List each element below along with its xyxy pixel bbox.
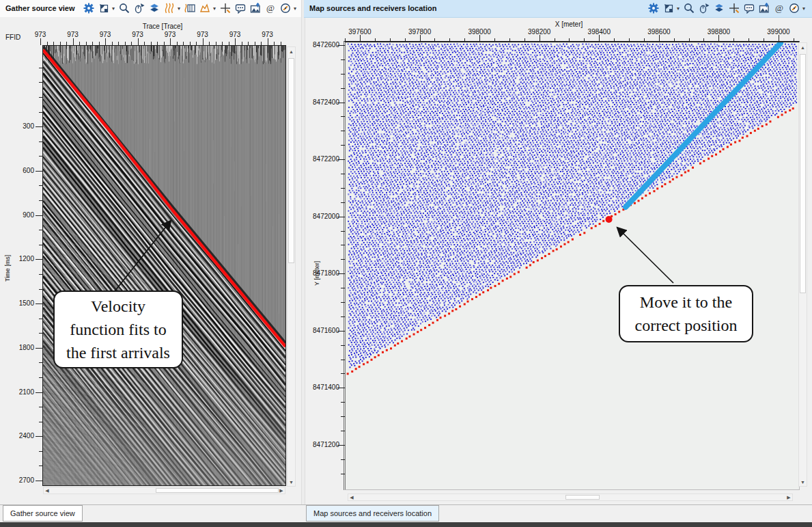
settings-gear-icon[interactable] [83, 3, 94, 14]
annotation-at-icon[interactable] [774, 3, 785, 14]
tick-mark [36, 215, 42, 216]
velocity-callout: Velocity function fits to the first arri… [53, 290, 183, 368]
dropdown-caret-icon[interactable]: ▾ [802, 5, 805, 12]
tick-mark [36, 392, 42, 393]
crosshair-icon[interactable] [729, 3, 740, 14]
scroll-up-icon[interactable]: ▲ [288, 47, 295, 55]
tick-mark [235, 38, 236, 45]
map-y-axis-title: Y [meter] [313, 261, 320, 286]
dropdown-caret-icon[interactable]: ▾ [213, 5, 216, 12]
tick-mark [268, 38, 268, 45]
comment-icon[interactable] [235, 3, 246, 14]
scroll-left-icon[interactable]: ◀ [44, 487, 51, 494]
scroll-right-icon[interactable]: ▶ [278, 487, 285, 494]
tab-gather-source-view[interactable]: Gather source view [3, 505, 83, 522]
zoom-icon[interactable] [684, 3, 695, 14]
tick-label: 973 [30, 31, 51, 38]
app-window: Gather source view ▾ ▾ ▾ ▾ Map sources a… [0, 0, 812, 527]
gather-horizontal-scrollbar[interactable]: ◀ ▶ [43, 487, 285, 494]
tick-mark [36, 259, 42, 260]
map-vertical-scrollbar[interactable]: ▲ ▼ [798, 42, 807, 487]
export-image-icon[interactable] [759, 3, 770, 14]
compass-icon[interactable] [280, 3, 291, 14]
window-bottom-edge [0, 522, 812, 527]
callout-line: Move it to the [620, 290, 752, 314]
annotation-at-icon[interactable] [265, 3, 276, 14]
tick-label: 1500 [5, 299, 34, 307]
tick-mark [40, 38, 41, 45]
scroll-up-icon[interactable]: ▲ [799, 43, 807, 51]
callout-line: function fits to [55, 318, 182, 341]
polygon-pick-icon[interactable] [199, 3, 210, 14]
tick-mark [105, 38, 106, 45]
scroll-left-icon[interactable]: ◀ [348, 494, 355, 500]
comment-icon[interactable] [744, 3, 755, 14]
tick-label: 2100 [5, 388, 34, 396]
scroll-down-icon[interactable]: ▼ [288, 478, 295, 486]
region-select-icon[interactable] [663, 3, 674, 14]
tick-label: 973 [95, 31, 115, 38]
region-select-icon[interactable] [98, 3, 109, 14]
time-axis-title: Time [ms] [4, 255, 11, 282]
tick-mark [36, 436, 42, 437]
compass-icon[interactable] [789, 3, 800, 14]
crosshair-icon[interactable] [220, 3, 231, 14]
tick-label: 900 [5, 211, 34, 219]
tick-label: 973 [160, 31, 180, 38]
scroll-right-icon[interactable]: ▶ [785, 494, 792, 500]
gather-toolbar: ▾ ▾ ▾ ▾ [83, 3, 296, 14]
mouse-select-icon[interactable] [134, 3, 145, 14]
dropdown-caret-icon[interactable]: ▾ [677, 5, 680, 12]
trace-display-icon[interactable] [184, 3, 195, 14]
tick-label: 973 [63, 31, 83, 38]
tick-label: 600 [5, 167, 34, 174]
tick-label: 973 [193, 31, 213, 38]
tick-label: 398200 [522, 28, 557, 36]
map-scatter-canvas[interactable] [346, 42, 798, 489]
map-panel-title: Map sources and receivers location [309, 4, 436, 12]
tick-label: 398800 [701, 28, 736, 36]
map-plot-area[interactable] [344, 41, 800, 490]
tick-label: 300 [5, 122, 34, 130]
layers-icon[interactable] [714, 3, 725, 14]
dropdown-caret-icon[interactable]: ▾ [294, 5, 296, 12]
tick-label: 398000 [462, 28, 496, 36]
mouse-select-icon[interactable] [699, 3, 710, 14]
tick-mark [36, 348, 42, 349]
tick-mark [203, 38, 204, 45]
tick-label: 973 [128, 31, 148, 38]
panel-divider[interactable] [301, 0, 305, 504]
settings-gear-icon[interactable] [648, 3, 659, 14]
map-x-axis-title: X [meter] [528, 21, 610, 28]
gather-panel-header: Gather source view ▾ ▾ ▾ ▾ [0, 0, 301, 17]
zoom-icon[interactable] [119, 3, 130, 14]
map-horizontal-scrollbar[interactable]: ◀ ▶ [348, 494, 793, 501]
callout-line: correct position [620, 314, 752, 337]
dropdown-caret-icon[interactable]: ▾ [178, 5, 180, 12]
scrollbar-thumb[interactable] [565, 495, 600, 500]
scrollbar-thumb[interactable] [288, 58, 294, 263]
callout-line: the first arrivals [55, 341, 182, 364]
tick-label: 397600 [343, 28, 377, 36]
tick-label: 397800 [403, 28, 437, 36]
gather-vertical-scrollbar[interactable]: ▲ ▼ [287, 46, 296, 487]
wiggle-display-icon[interactable] [164, 3, 175, 14]
scrollbar-thumb[interactable] [800, 54, 806, 293]
gather-plot-area[interactable] [42, 45, 286, 486]
tick-label: 2700 [5, 476, 34, 484]
seismic-gather-canvas[interactable] [43, 46, 285, 485]
scrollbar-thumb[interactable] [156, 488, 279, 493]
move-callout: Move it to the correct position [619, 285, 753, 342]
tick-mark [36, 303, 42, 304]
tick-mark [36, 481, 42, 481]
tick-label: 1800 [5, 344, 34, 351]
layers-icon[interactable] [149, 3, 160, 14]
tick-label: 399000 [761, 28, 796, 36]
tab-map-sources-receivers[interactable]: Map sources and receivers location [306, 505, 439, 522]
export-image-icon[interactable] [250, 3, 261, 14]
dropdown-caret-icon[interactable]: ▾ [112, 5, 115, 12]
tick-label: 973 [225, 31, 245, 38]
tick-mark [138, 38, 139, 45]
gather-panel-title: Gather source view [5, 4, 75, 12]
scroll-down-icon[interactable]: ▼ [799, 478, 807, 486]
